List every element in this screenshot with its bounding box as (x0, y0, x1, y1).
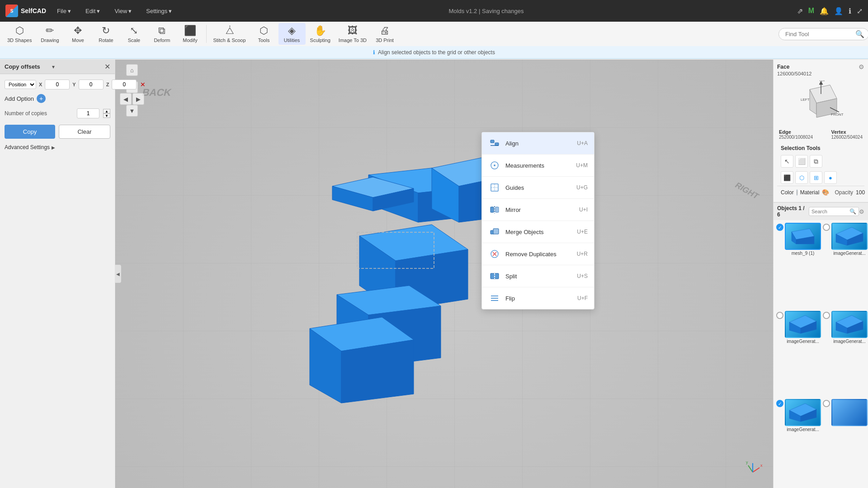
align-icon (488, 137, 501, 150)
toolbar-rotate[interactable]: ↻ Rotate (92, 23, 119, 45)
spin-down-button[interactable]: ▼ (103, 113, 110, 118)
position-select[interactable]: Position (5, 80, 36, 89)
expand-icon[interactable]: ⤢ (857, 7, 863, 15)
add-option-button[interactable]: + (37, 94, 46, 103)
vertex-label: Vertex (831, 129, 863, 135)
m-icon[interactable]: M (808, 7, 814, 15)
svg-text:y: y (746, 460, 748, 465)
object-item-2[interactable]: imageGenerat... (823, 223, 868, 309)
util-item-remove-duplicates[interactable]: Remove Duplicates U+R (482, 243, 594, 265)
toolbar-3d-print[interactable]: 🖨 3D Print (371, 23, 398, 45)
print-icon: 🖨 (380, 25, 390, 37)
util-item-align[interactable]: Align U+A (482, 132, 594, 155)
object-check-6[interactable] (823, 400, 830, 407)
logo: S SelfCAD (5, 5, 46, 17)
cube-nav-widget[interactable]: TOP LEFT FRONT (777, 77, 864, 129)
toolbar-stitch-scoop[interactable]: ⧊ Stitch & Scoop (209, 23, 249, 45)
clear-button[interactable]: Clear (59, 125, 110, 139)
object-thumbnail-5[interactable]: imageGenerat... (785, 399, 821, 432)
object-item-1[interactable]: ✓ mesh_9 (1) (776, 223, 821, 309)
object-item-6[interactable] (823, 399, 868, 485)
action-buttons: Copy Clear (5, 125, 110, 139)
object-thumbnail-2[interactable]: imageGenerat... (831, 223, 868, 256)
menu-settings[interactable]: Settings ▾ (142, 6, 175, 16)
toolbar-modify[interactable]: ⬛ Modify (176, 23, 203, 45)
object-check-4[interactable] (823, 312, 830, 319)
select-box-icon[interactable]: ⬜ (795, 155, 808, 168)
nav-down-button[interactable]: ▼ (126, 105, 138, 117)
left-panel-close-icon[interactable]: ✕ (104, 62, 110, 71)
coord-clear-icon[interactable]: ✕ (140, 81, 146, 88)
objects-settings-icon[interactable]: ⚙ (859, 208, 864, 215)
dropdown-arrow-icon[interactable]: ▾ (52, 64, 55, 70)
util-merge-label: Merge Objects (505, 229, 572, 235)
object-item-3[interactable]: imageGenerat... (776, 311, 821, 397)
object-thumbnail-1[interactable]: mesh_9 (1) (785, 223, 821, 256)
toolbar-drawing[interactable]: ✏ Drawing (36, 23, 63, 45)
toolbar-image-to-3d[interactable]: 🖼 Image To 3D (335, 23, 370, 45)
objects-search-input[interactable] (811, 209, 848, 214)
object-item-5[interactable]: ✓ imageGenerat... (776, 399, 821, 485)
select-pointer-icon[interactable]: ↖ (781, 155, 793, 168)
object-check-2[interactable] (823, 224, 830, 231)
search-icon[interactable]: 🔍 (849, 208, 856, 215)
view-dot-icon[interactable]: ● (824, 171, 837, 184)
util-item-mirror[interactable]: Mirror U+I (482, 199, 594, 221)
object-thumbnail-6[interactable] (831, 399, 868, 427)
face-info: Face 126000/504012 ⚙ (777, 63, 864, 77)
toolbar-sculpting[interactable]: ✋ Sculpting (307, 23, 334, 45)
toolbar-move[interactable]: ✥ Move (64, 23, 91, 45)
toolbar-deform[interactable]: ⧉ Deform (148, 23, 175, 45)
view-solid-icon[interactable]: ⬛ (781, 171, 793, 184)
copy-button[interactable]: Copy (5, 125, 55, 139)
spin-up-button[interactable]: ▲ (103, 109, 110, 113)
object-thumbnail-4[interactable]: imageGenerat... (831, 311, 868, 344)
util-item-merge[interactable]: Merge Objects U+E (482, 221, 594, 243)
util-item-flip[interactable]: Flip U+F (482, 287, 594, 309)
menu-view[interactable]: View ▾ (111, 6, 135, 16)
toolbar-tools[interactable]: ⬡ Tools (250, 23, 278, 45)
find-tool-input[interactable] (778, 28, 868, 40)
advanced-settings-row[interactable]: Advanced Settings ▶ (5, 144, 110, 150)
y-input[interactable] (79, 80, 104, 89)
object-item-4[interactable]: imageGenerat... (823, 311, 868, 397)
find-tool-button[interactable]: 🔍 (855, 30, 864, 38)
material-icon[interactable]: 🎨 (822, 189, 829, 196)
user-icon[interactable]: 👤 (834, 7, 843, 15)
top-bar: S SelfCAD File ▾ Edit ▾ View ▾ Settings … (0, 0, 868, 22)
util-item-split[interactable]: Split U+S (482, 265, 594, 287)
nav-home-button[interactable]: ⌂ (126, 64, 138, 76)
toolbar-3d-shapes[interactable]: ⬡ 3D Shapes (4, 23, 35, 45)
add-option-row: Add Option + (5, 94, 110, 103)
util-item-guides[interactable]: Guides U+G (482, 177, 594, 199)
menu-file[interactable]: File ▾ (53, 6, 75, 16)
left-panel-collapse-arrow[interactable]: ◀ (115, 265, 121, 283)
nav-left-button[interactable]: ◀ (120, 93, 132, 105)
selection-tools-icons: ↖ ⬜ ⧉ (777, 153, 864, 169)
object-check-1[interactable]: ✓ (776, 224, 783, 231)
info-icon[interactable]: ℹ (849, 7, 851, 15)
image-to-3d-icon: 🖼 (348, 25, 358, 37)
color-swatch[interactable] (797, 189, 797, 196)
object-thumbnail-3[interactable]: imageGenerat... (785, 311, 821, 344)
select-mesh-icon[interactable]: ⧉ (810, 155, 822, 168)
x-input[interactable] (45, 80, 70, 89)
settings-gear-icon[interactable]: ⚙ (859, 63, 864, 70)
z-input[interactable] (112, 80, 137, 89)
object-check-3[interactable] (776, 312, 783, 319)
object-check-5[interactable]: ✓ (776, 400, 783, 407)
toolbar-separator-1 (206, 25, 207, 43)
nav-right-button[interactable]: ▶ (132, 93, 144, 105)
menu-edit[interactable]: Edit ▾ (82, 6, 104, 16)
toolbar-scale[interactable]: ⤡ Scale (120, 23, 147, 45)
util-align-label: Align (505, 140, 572, 147)
num-copies-input[interactable] (77, 108, 99, 118)
bell-icon[interactable]: 🔔 (820, 7, 829, 15)
share-icon[interactable]: ⇗ (797, 7, 803, 15)
toolbar-utilities[interactable]: ◈ Utilities (278, 23, 306, 45)
util-item-measurements[interactable]: Measurements U+M (482, 155, 594, 177)
view-wire-icon[interactable]: ⬡ (795, 171, 808, 184)
svg-point-30 (494, 164, 495, 166)
view-frame-icon[interactable]: ⊞ (810, 171, 822, 184)
canvas-area[interactable]: BACK RIGHT (115, 60, 773, 488)
